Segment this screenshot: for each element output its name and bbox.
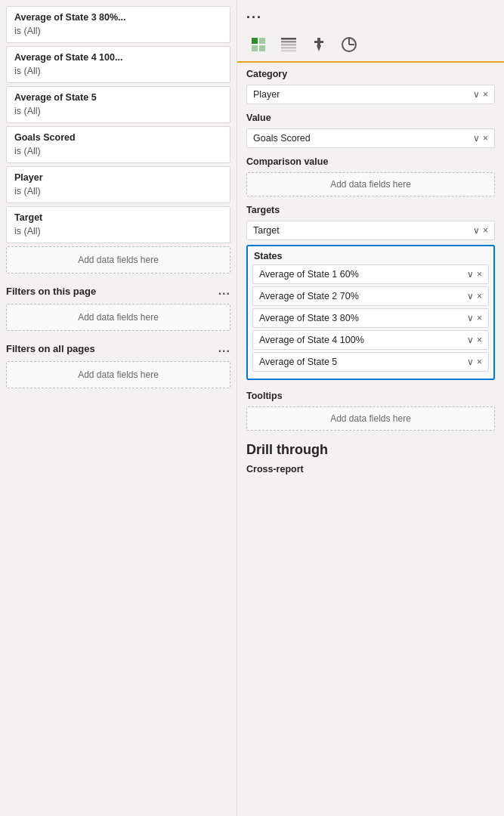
state-chevron-icon-2[interactable]: ∨ (467, 313, 474, 323)
filters-on-all-pages-header: Filters on all pages ... (0, 334, 237, 358)
state-close-icon-1[interactable]: × (477, 291, 482, 301)
state-chevron-icon-3[interactable]: ∨ (467, 335, 474, 345)
states-label: States (252, 251, 489, 261)
state-field-text-3: Average of State 4 100% (259, 335, 467, 345)
targets-label: Targets (237, 199, 504, 218)
value-field-icons: ∨ × (473, 133, 488, 144)
targets-chevron-icon[interactable]: ∨ (473, 225, 480, 236)
svg-rect-1 (259, 38, 265, 44)
targets-field-icons: ∨ × (473, 225, 488, 236)
value-field-row[interactable]: Goals Scored ∨ × (246, 128, 495, 148)
states-section: States Average of State 1 60% ∨ × Averag… (246, 245, 495, 380)
category-field-row[interactable]: Player ∨ × (246, 85, 495, 104)
analytics-icon[interactable] (337, 32, 361, 57)
targets-close-icon[interactable]: × (483, 225, 488, 236)
targets-field-row[interactable]: Target ∨ × (246, 221, 495, 240)
svg-rect-2 (252, 45, 258, 51)
category-close-icon[interactable]: × (483, 89, 488, 100)
state-field-text-0: Average of State 1 60% (259, 269, 467, 280)
state-field-row-3[interactable]: Average of State 4 100% ∨ × (252, 330, 489, 350)
filters-on-all-pages-label: Filters on all pages (6, 343, 95, 354)
filter-name: Average of State 5 (14, 91, 222, 105)
right-top-ellipsis: ... (246, 6, 262, 22)
svg-rect-6 (281, 44, 296, 46)
state-field-row-4[interactable]: Average of State 5 ∨ × (252, 352, 489, 372)
state-field-row-2[interactable]: Average of State 3 80% ∨ × (252, 308, 489, 328)
state-field-text-4: Average of State 5 (259, 357, 467, 367)
filter-value: is (All) (14, 225, 222, 239)
filters-this-page-menu[interactable]: ... (218, 284, 230, 298)
add-fields-this-page[interactable]: Add data fields here (6, 304, 230, 331)
filter-name: Target (14, 212, 222, 225)
right-toolbar (237, 29, 504, 63)
filter-value: is (All) (14, 145, 222, 159)
fields-icon[interactable] (277, 32, 301, 57)
filter-name: Player (14, 172, 222, 185)
state-chevron-icon-0[interactable]: ∨ (467, 269, 474, 280)
filters-on-this-page-label: Filters on this page (6, 286, 96, 297)
drill-through-label: Drill through (237, 433, 504, 461)
state-field-text-2: Average of State 3 80% (259, 313, 467, 323)
state-field-icons-2: ∨ × (467, 313, 482, 323)
filter-value: is (All) (14, 185, 222, 199)
state-field-icons-4: ∨ × (467, 357, 482, 367)
right-panel: ... (237, 0, 504, 816)
state-field-row-1[interactable]: Average of State 2 70% ∨ × (252, 286, 489, 306)
svg-rect-0 (252, 38, 258, 44)
svg-rect-8 (281, 50, 296, 52)
filter-item[interactable]: Target is (All) (6, 206, 230, 243)
cross-report-label: Cross-report (237, 461, 504, 481)
left-panel: Average of State 3 80%... is (All) Avera… (0, 0, 237, 816)
svg-rect-7 (281, 47, 296, 49)
tooltips-add-fields[interactable]: Add data fields here (246, 406, 495, 431)
state-field-row-0[interactable]: Average of State 1 60% ∨ × (252, 264, 489, 284)
comparison-label: Comparison value (237, 150, 504, 170)
value-field-text: Goals Scored (253, 133, 473, 144)
filter-item[interactable]: Goals Scored is (All) (6, 126, 230, 163)
state-field-icons-1: ∨ × (467, 291, 482, 301)
filter-name: Average of State 3 80%... (14, 11, 222, 25)
comparison-add-fields[interactable]: Add data fields here (246, 172, 495, 196)
add-fields-all-pages[interactable]: Add data fields here (6, 361, 230, 388)
filter-item[interactable]: Average of State 5 is (All) (6, 86, 230, 123)
filters-on-this-page-header: Filters on this page ... (0, 277, 237, 301)
filter-value: is (All) (14, 65, 222, 79)
right-top-bar: ... (237, 0, 504, 29)
state-chevron-icon-1[interactable]: ∨ (467, 291, 474, 301)
state-close-icon-4[interactable]: × (477, 357, 482, 367)
category-field-text: Player (253, 89, 473, 100)
svg-rect-3 (259, 45, 265, 51)
tooltips-label: Tooltips (237, 385, 504, 404)
filter-item[interactable]: Average of State 4 100... is (All) (6, 46, 230, 83)
add-fields-visual[interactable]: Add data fields here (6, 246, 230, 274)
category-chevron-icon[interactable]: ∨ (473, 89, 480, 100)
category-field-icons: ∨ × (473, 89, 488, 100)
state-field-text-1: Average of State 2 70% (259, 291, 467, 301)
state-close-icon-2[interactable]: × (477, 313, 482, 323)
state-close-icon-0[interactable]: × (477, 269, 482, 280)
filter-value: is (All) (14, 25, 222, 39)
visualization-icon[interactable] (246, 32, 271, 57)
filter-item[interactable]: Average of State 3 80%... is (All) (6, 6, 230, 43)
svg-rect-4 (281, 38, 296, 40)
svg-rect-5 (281, 41, 296, 43)
format-icon[interactable] (307, 32, 331, 57)
category-label: Category (237, 63, 504, 82)
filter-name: Average of State 4 100... (14, 51, 222, 65)
targets-field-text: Target (253, 225, 473, 236)
state-field-icons-0: ∨ × (467, 269, 482, 280)
value-chevron-icon[interactable]: ∨ (473, 133, 480, 144)
state-field-icons-3: ∨ × (467, 335, 482, 345)
filter-value: is (All) (14, 105, 222, 119)
filter-item[interactable]: Player is (All) (6, 166, 230, 203)
filter-name: Goals Scored (14, 131, 222, 145)
value-label: Value (237, 107, 504, 126)
state-close-icon-3[interactable]: × (477, 335, 482, 345)
svg-rect-10 (314, 41, 323, 43)
value-close-icon[interactable]: × (483, 133, 488, 144)
state-chevron-icon-4[interactable]: ∨ (467, 357, 474, 367)
filters-all-pages-menu[interactable]: ... (218, 342, 230, 355)
